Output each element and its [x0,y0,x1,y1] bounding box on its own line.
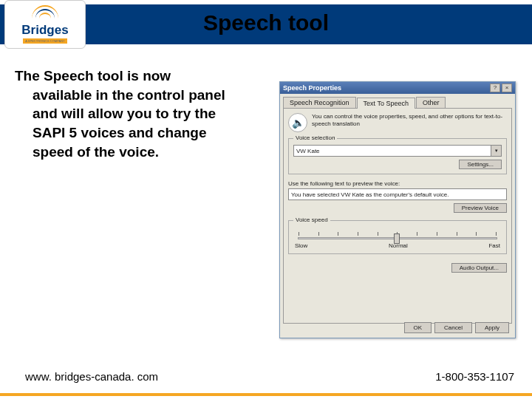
tts-description: You can control the voice properties, sp… [312,113,507,132]
chevron-down-icon[interactable]: ▾ [491,145,502,157]
preview-voice-button[interactable]: Preview Voice [454,203,507,213]
tab-speech-recognition[interactable]: Speech Recognition [283,97,356,108]
footer-divider [0,393,532,396]
speed-fast-label: Fast [488,242,500,249]
speaker-icon: 🔈 [288,113,307,132]
voice-group-label: Voice selection [293,134,337,141]
body-line1: The Speech tool is now [15,66,239,86]
logo-arcs-icon [30,5,60,21]
preview-label: Use the following text to preview the vo… [288,180,507,187]
speed-slider[interactable] [298,237,497,239]
voice-speed-group: Voice speed Slow Normal Fast [288,220,507,254]
audio-output-button[interactable]: Audio Output... [451,263,507,273]
footer-phone: 1-800-353-1107 [435,370,514,383]
tab-other[interactable]: Other [416,97,446,108]
voice-combo-value[interactable]: VW Kate [293,145,491,157]
speech-properties-window: Speech Properties ? × Speech Recognition… [279,81,516,338]
body-text: The Speech tool is now available in the … [33,66,239,161]
window-titlebar[interactable]: Speech Properties ? × [280,82,515,94]
tab-body: 🔈 You can control the voice properties, … [283,108,512,324]
cancel-button[interactable]: Cancel [434,322,472,333]
voice-combo[interactable]: VW Kate ▾ [293,145,502,157]
close-button[interactable]: × [502,83,512,92]
tab-strip: Speech Recognition Text To Speech Other [283,97,512,108]
voice-selection-group: Voice selection VW Kate ▾ Settings... [288,138,507,174]
footer-url: www. bridges-canada. com [25,370,158,383]
logo-subtext: A SPECTRONICS COMPANY [23,38,67,44]
ok-button[interactable]: OK [404,322,432,333]
tab-text-to-speech[interactable]: Text To Speech [357,98,415,109]
preview-text-field[interactable]: You have selected VW Kate as the compute… [288,188,507,200]
logo-text: Bridges [21,23,68,38]
speed-group-label: Voice speed [293,216,330,223]
dialog-buttons: OK Cancel Apply [404,322,509,333]
help-button[interactable]: ? [490,83,500,92]
logo: Bridges A SPECTRONICS COMPANY [4,0,86,49]
speed-slow-label: Slow [295,242,307,249]
settings-button[interactable]: Settings... [459,160,502,169]
window-title: Speech Properties [283,84,488,92]
apply-button[interactable]: Apply [475,322,509,333]
slider-thumb[interactable] [394,233,400,244]
body-rest: available in the control panel and will … [33,86,239,162]
